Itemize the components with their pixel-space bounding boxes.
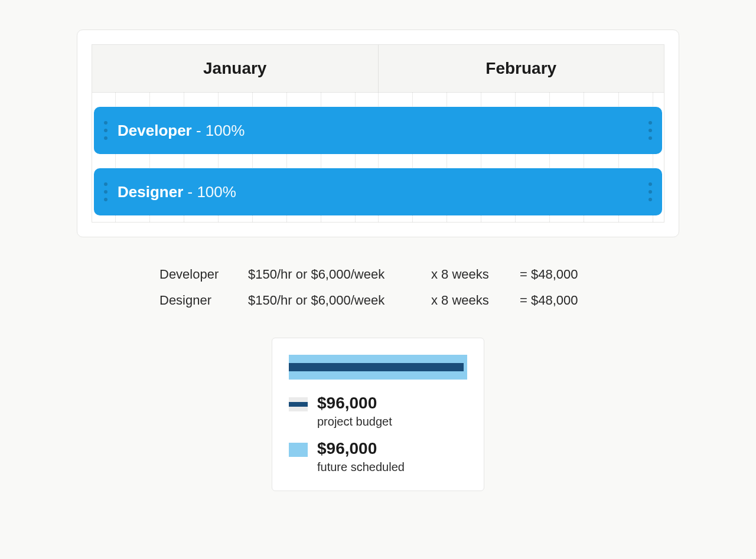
week-grid: Developer - 100% Designer - 100%	[92, 93, 664, 223]
future-scheduled-label: future scheduled	[317, 460, 405, 474]
breakdown-row: Developer $150/hr or $6,000/week x 8 wee…	[159, 267, 597, 282]
resource-role: Designer	[118, 183, 183, 201]
breakdown-role: Designer	[159, 293, 248, 308]
project-budget-label: project budget	[317, 415, 392, 429]
cost-breakdown: Developer $150/hr or $6,000/week x 8 wee…	[159, 267, 597, 308]
legend-future-scheduled: $96,000 future scheduled	[289, 439, 467, 474]
legend-swatch-icon	[289, 443, 308, 457]
resource-role: Developer	[118, 122, 192, 140]
breakdown-role: Developer	[159, 267, 248, 282]
resource-bar-developer[interactable]: Developer - 100%	[94, 107, 662, 154]
breakdown-weeks: x 8 weeks	[431, 267, 520, 282]
month-january: January	[92, 45, 379, 92]
budget-card: $96,000 project budget $96,000 future sc…	[272, 338, 484, 491]
legend-swatch-icon	[289, 397, 308, 411]
resource-bar-designer[interactable]: Designer - 100%	[94, 168, 662, 215]
project-budget-amount: $96,000	[317, 394, 392, 413]
resource-allocation: - 100%	[183, 183, 236, 201]
drag-handle-icon[interactable]	[100, 107, 112, 154]
month-february: February	[379, 45, 664, 92]
breakdown-total: = $48,000	[520, 293, 597, 308]
budget-progress-bar	[289, 355, 467, 380]
breakdown-total: = $48,000	[520, 267, 597, 282]
breakdown-rate: $150/hr or $6,000/week	[248, 293, 431, 308]
breakdown-row: Designer $150/hr or $6,000/week x 8 week…	[159, 293, 597, 308]
budget-progress-fill	[289, 363, 464, 371]
drag-handle-icon[interactable]	[644, 107, 656, 154]
month-header: January February	[92, 44, 664, 93]
schedule-card: January February Developer - 100% Design…	[77, 30, 679, 237]
future-scheduled-amount: $96,000	[317, 439, 405, 458]
drag-handle-icon[interactable]	[644, 168, 656, 215]
resource-allocation: - 100%	[192, 122, 245, 140]
drag-handle-icon[interactable]	[100, 168, 112, 215]
legend-project-budget: $96,000 project budget	[289, 394, 467, 429]
breakdown-weeks: x 8 weeks	[431, 293, 520, 308]
breakdown-rate: $150/hr or $6,000/week	[248, 267, 431, 282]
